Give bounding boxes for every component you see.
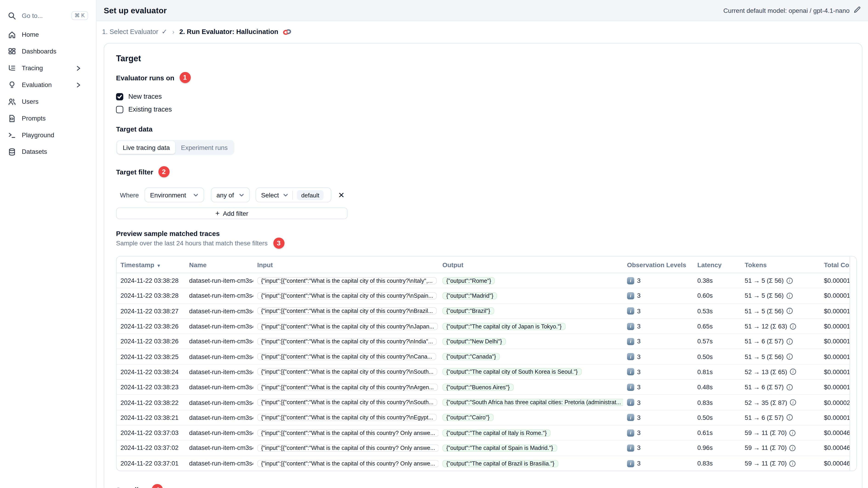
table-row[interactable]: 2024-11-22 03:37:03 dataset-run-item-cm3… (117, 425, 849, 441)
table-row[interactable]: 2024-11-22 03:38:24 dataset-run-item-cm3… (117, 364, 849, 380)
traces-table: Timestamp▼ Name Input Output Observation… (116, 256, 857, 471)
cell-input[interactable]: {"input":[{"content":"What is the capita… (257, 414, 437, 421)
cell-output[interactable]: {"output":"The capital of Italy is Rome.… (442, 429, 551, 436)
token-info-icon[interactable]: i (786, 384, 793, 390)
checkbox-existing-traces[interactable]: Existing traces (116, 105, 862, 113)
cell-output[interactable]: {"output":"New Delhi"} (442, 338, 506, 345)
token-info-icon[interactable]: i (786, 278, 793, 284)
table-body: 2024-11-22 03:38:28 dataset-run-item-cm3… (117, 273, 849, 470)
edit-model-button[interactable] (854, 6, 861, 14)
sidebar-item-playground[interactable]: Playground (0, 127, 96, 143)
remove-filter-button[interactable]: ✕ (338, 191, 345, 199)
cell-input[interactable]: {"input":[{"content":"What is the capita… (257, 399, 437, 406)
column-header-name[interactable]: Name (185, 261, 253, 268)
breadcrumb-step1[interactable]: 1. Select Evaluator ✓ (102, 28, 167, 36)
table-row[interactable]: 2024-11-22 03:38:28 dataset-run-item-cm3… (117, 273, 849, 288)
cell-input[interactable]: {"input":[{"content":"What is the capita… (257, 277, 436, 284)
table-row[interactable]: 2024-11-22 03:38:27 dataset-run-item-cm3… (117, 304, 849, 319)
filter-operator-select[interactable]: any of (211, 187, 250, 202)
sidebar-item-datasets[interactable]: Datasets (0, 143, 96, 160)
cell-input[interactable]: {"input":[{"content":"What is the capita… (257, 307, 437, 315)
cell-output[interactable]: {"output":"The capital of Spain is Madri… (442, 445, 557, 452)
cell-input[interactable]: {"input":[{"content":"What is the capita… (257, 460, 439, 467)
tab-experiment-runs[interactable]: Experiment runs (176, 141, 233, 154)
cell-output[interactable]: {"output":"South Africa has three capita… (442, 399, 623, 406)
column-header-latency[interactable]: Latency (693, 261, 741, 268)
cell-output[interactable]: {"output":"Cairo"} (442, 414, 494, 421)
filter-value-chip: default (297, 190, 324, 200)
table-scrollbar[interactable] (849, 256, 856, 470)
cell-input[interactable]: {"input":[{"content":"What is the capita… (257, 384, 438, 391)
database-icon (8, 148, 16, 156)
table-row[interactable]: 2024-11-22 03:37:01 dataset-run-item-cm3… (117, 456, 849, 470)
checkbox-checked-icon[interactable] (116, 93, 123, 100)
cell-input[interactable]: {"input":[{"content":"What is the capita… (257, 368, 437, 376)
sidebar-item-tracing[interactable]: Tracing (0, 60, 96, 76)
checkbox-new-traces[interactable]: New traces (116, 93, 862, 100)
token-info-icon[interactable]: i (786, 338, 793, 345)
cell-input[interactable]: {"input":[{"content":"What is the capita… (257, 353, 436, 360)
breadcrumb-step2[interactable]: 2. Run Evaluator: Hallucination (179, 28, 291, 36)
column-header-timestamp[interactable]: Timestamp▼ (117, 261, 185, 268)
cell-input[interactable]: {"input":[{"content":"What is the capita… (257, 292, 437, 299)
checkbox-label: Existing traces (128, 105, 172, 113)
cell-input[interactable]: {"input":[{"content":"What is the capita… (257, 323, 438, 330)
cell-name: dataset-run-item-cm3s4 (185, 369, 253, 375)
cell-output[interactable]: {"output":"The capital city of Japan is … (442, 323, 565, 330)
table-row[interactable]: 2024-11-22 03:38:21 dataset-run-item-cm3… (117, 410, 849, 425)
sidebar-item-dashboards[interactable]: Dashboards (0, 43, 96, 60)
token-info-icon[interactable]: i (786, 293, 793, 299)
pencil-icon (854, 6, 861, 13)
column-header-output[interactable]: Output (438, 261, 623, 268)
add-filter-button[interactable]: + Add filter (116, 207, 347, 219)
token-info-icon[interactable]: i (790, 369, 796, 375)
cell-timestamp: 2024-11-22 03:38:26 (117, 338, 185, 345)
sidebar-item-home[interactable]: Home (0, 26, 96, 43)
column-header-tokens[interactable]: Tokens (741, 261, 820, 268)
cell-observation-levels: i 3 (623, 429, 693, 436)
table-row[interactable]: 2024-11-22 03:38:28 dataset-run-item-cm3… (117, 289, 849, 304)
cell-total-cost: $0.000029 (820, 399, 849, 405)
token-info-icon[interactable]: i (789, 430, 796, 436)
token-info-icon[interactable]: i (790, 323, 796, 329)
table-row[interactable]: 2024-11-22 03:37:02 dataset-run-item-cm3… (117, 441, 849, 456)
filter-value-select[interactable]: Select default (255, 187, 331, 202)
sidebar-item-users[interactable]: Users (0, 93, 96, 110)
breadcrumb: 1. Select Evaluator ✓ › 2. Run Evaluator… (102, 27, 868, 37)
token-info-icon[interactable]: i (786, 415, 793, 421)
sidebar-item-evaluation[interactable]: Evaluation (0, 76, 96, 93)
cell-output[interactable]: {"output":"The capital of Brazil is Bras… (442, 460, 558, 467)
table-row[interactable]: 2024-11-22 03:38:23 dataset-run-item-cm3… (117, 380, 849, 395)
column-header-observation-levels[interactable]: Observation Levels (623, 261, 693, 268)
cell-output[interactable]: {"output":"Madrid"} (442, 292, 497, 299)
cell-output[interactable]: {"output":"Rome"} (442, 277, 495, 284)
table-row[interactable]: 2024-11-22 03:38:26 dataset-run-item-cm3… (117, 319, 849, 334)
tab-live-tracing-data[interactable]: Live tracing data (117, 141, 176, 154)
token-info-icon[interactable]: i (789, 445, 796, 451)
cell-latency: 0.60s (693, 292, 741, 299)
goto-search[interactable]: Go to... ⌘ K (0, 7, 96, 24)
column-header-total-cost[interactable]: Total Cost (820, 261, 849, 268)
sidebar-item-prompts[interactable]: Prompts (0, 110, 96, 127)
cell-input[interactable]: {"input":[{"content":"What is the capita… (257, 429, 439, 436)
filter-column-select[interactable]: Environment (145, 187, 204, 202)
cell-output[interactable]: {"output":"The capital city of South Kor… (442, 368, 582, 376)
cell-input[interactable]: {"input":[{"content":"What is the capita… (257, 338, 437, 345)
table-row[interactable]: 2024-11-22 03:38:25 dataset-run-item-cm3… (117, 349, 849, 364)
checkbox-unchecked-icon[interactable] (116, 106, 123, 113)
cell-output[interactable]: {"output":"Brazil"} (442, 307, 494, 315)
token-info-icon[interactable]: i (786, 354, 793, 360)
token-info-icon[interactable]: i (790, 399, 796, 405)
cell-input[interactable]: {"input":[{"content":"What is the capita… (257, 445, 439, 452)
cell-observation-levels: i 3 (623, 445, 693, 452)
cell-output[interactable]: {"output":"Canada"} (442, 353, 500, 360)
cell-tokens: 51 → 5 (Σ 56) i (741, 353, 820, 360)
token-info-icon[interactable]: i (789, 460, 796, 467)
check-icon: ✓ (162, 28, 167, 36)
column-header-input[interactable]: Input (253, 261, 439, 268)
table-row[interactable]: 2024-11-22 03:38:26 dataset-run-item-cm3… (117, 334, 849, 349)
table-row[interactable]: 2024-11-22 03:38:22 dataset-run-item-cm3… (117, 395, 849, 410)
token-info-icon[interactable]: i (786, 308, 793, 314)
cell-timestamp: 2024-11-22 03:38:28 (117, 292, 185, 299)
cell-output[interactable]: {"output":"Buenos Aires"} (442, 384, 514, 391)
